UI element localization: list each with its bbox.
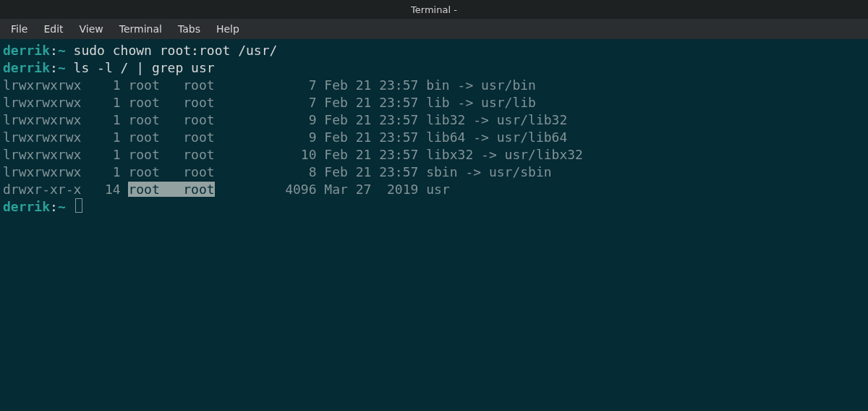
prompt-line: derrik:~: [3, 198, 865, 216]
cursor: [75, 198, 82, 213]
prompt-line: derrik:~ ls -l / | grep usr: [3, 59, 865, 77]
ls-output-line: lrwxrwxrwx 1 root root 7 Feb 21 23:57 bi…: [3, 77, 865, 94]
prompt-colon: :: [50, 43, 58, 58]
prompt-user: derrik: [3, 43, 50, 58]
menu-terminal[interactable]: Terminal: [113, 21, 169, 37]
menu-edit[interactable]: Edit: [37, 21, 69, 37]
prompt-path: ~: [58, 43, 66, 58]
ls-output-line: lrwxrwxrwx 1 root root 9 Feb 21 23:57 li…: [3, 111, 865, 129]
prompt-end: [66, 199, 74, 214]
prompt-colon: :: [50, 199, 58, 214]
menu-bar: File Edit View Terminal Tabs Help: [0, 19, 868, 39]
menu-help[interactable]: Help: [210, 21, 246, 37]
prompt-colon: :: [50, 60, 58, 75]
window-titlebar: Terminal -: [0, 0, 868, 19]
prompt-user: derrik: [3, 199, 50, 214]
menu-view[interactable]: View: [73, 21, 110, 37]
prompt-line: derrik:~ sudo chown root:root /usr/: [3, 42, 865, 59]
prompt-end: [66, 60, 74, 75]
ls-output-line: lrwxrwxrwx 1 root root 7 Feb 21 23:57 li…: [3, 94, 865, 111]
ls-output-line: drwxr-xr-x 14 root root 4096 Mar 27 2019…: [3, 181, 865, 198]
prompt-path: ~: [58, 60, 66, 75]
ls-output-line: lrwxrwxrwx 1 root root 8 Feb 21 23:57 sb…: [3, 164, 865, 181]
menu-file[interactable]: File: [4, 21, 34, 37]
grep-match: root root: [128, 182, 214, 197]
menu-tabs[interactable]: Tabs: [171, 21, 207, 37]
ls-output-line: lrwxrwxrwx 1 root root 10 Feb 21 23:57 l…: [3, 146, 865, 164]
ls-output-line: lrwxrwxrwx 1 root root 9 Feb 21 23:57 li…: [3, 129, 865, 146]
command-text: sudo chown root:root /usr/: [74, 43, 278, 58]
prompt-end: [66, 43, 74, 58]
command-text: ls -l / | grep usr: [74, 60, 215, 75]
window-title: Terminal -: [411, 4, 457, 15]
prompt-user: derrik: [3, 60, 50, 75]
terminal-output[interactable]: derrik:~ sudo chown root:root /usr/derri…: [0, 39, 868, 219]
prompt-path: ~: [58, 199, 66, 214]
